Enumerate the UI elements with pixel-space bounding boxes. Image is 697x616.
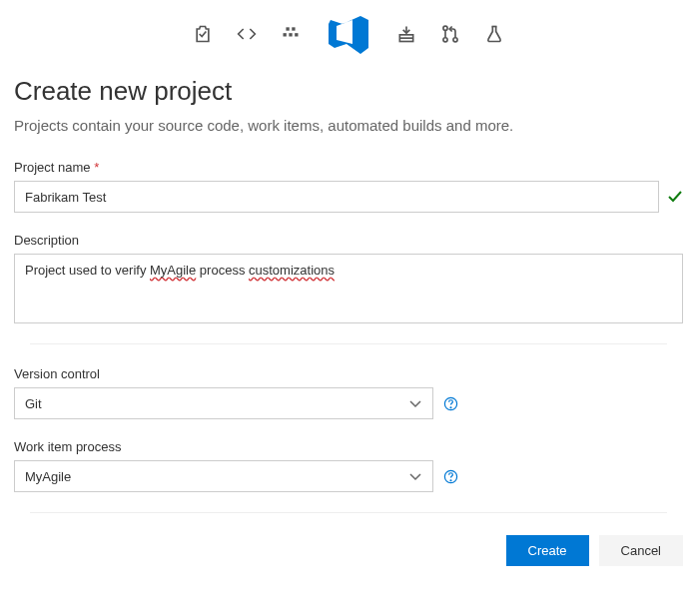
pull-request-icon[interactable]: [440, 24, 460, 44]
page-title: Create new project: [14, 76, 683, 107]
project-name-label-text: Project name: [14, 160, 91, 175]
description-label: Description: [14, 233, 683, 248]
test-icon[interactable]: [484, 24, 504, 44]
svg-point-10: [450, 406, 451, 407]
divider: [30, 343, 667, 344]
chevron-down-icon: [408, 396, 422, 410]
chevron-down-icon: [408, 469, 422, 483]
svg-rect-0: [284, 33, 287, 36]
version-control-select[interactable]: Git: [14, 387, 433, 419]
svg-point-8: [453, 38, 457, 42]
help-icon[interactable]: [443, 469, 458, 484]
svg-rect-3: [286, 27, 289, 30]
project-name-field: Project name *: [14, 160, 683, 213]
help-icon[interactable]: [443, 396, 458, 411]
package-icon[interactable]: [281, 24, 301, 44]
work-items-icon[interactable]: [193, 24, 213, 44]
version-control-label: Version control: [14, 366, 683, 381]
build-icon[interactable]: [396, 24, 416, 44]
project-name-input[interactable]: [14, 181, 659, 213]
page-subtitle: Projects contain your source code, work …: [14, 117, 683, 134]
svg-rect-2: [295, 33, 298, 36]
svg-rect-1: [289, 33, 292, 36]
work-item-process-label: Work item process: [14, 439, 683, 454]
work-item-process-field: Work item process MyAgile: [14, 439, 683, 492]
azure-devops-logo-icon: [325, 10, 372, 58]
divider: [30, 512, 667, 513]
svg-point-6: [443, 26, 447, 30]
code-icon[interactable]: [237, 24, 257, 44]
description-input[interactable]: Project used to verify MyAgile process c…: [14, 254, 683, 323]
work-item-process-select[interactable]: MyAgile: [14, 460, 433, 492]
description-field: Description Project used to verify MyAgi…: [14, 233, 683, 323]
svg-point-7: [443, 38, 447, 42]
create-button[interactable]: Create: [506, 535, 589, 566]
version-control-field: Version control Git: [14, 366, 683, 419]
required-mark: *: [94, 160, 99, 175]
work-item-process-value: MyAgile: [25, 469, 71, 484]
svg-rect-4: [292, 27, 295, 30]
check-icon: [667, 189, 683, 205]
project-name-label: Project name *: [14, 160, 683, 175]
toolbar: [14, 10, 683, 58]
cancel-button[interactable]: Cancel: [599, 535, 683, 566]
version-control-value: Git: [25, 396, 42, 411]
action-bar: Create Cancel: [14, 535, 683, 566]
svg-point-12: [450, 479, 451, 480]
